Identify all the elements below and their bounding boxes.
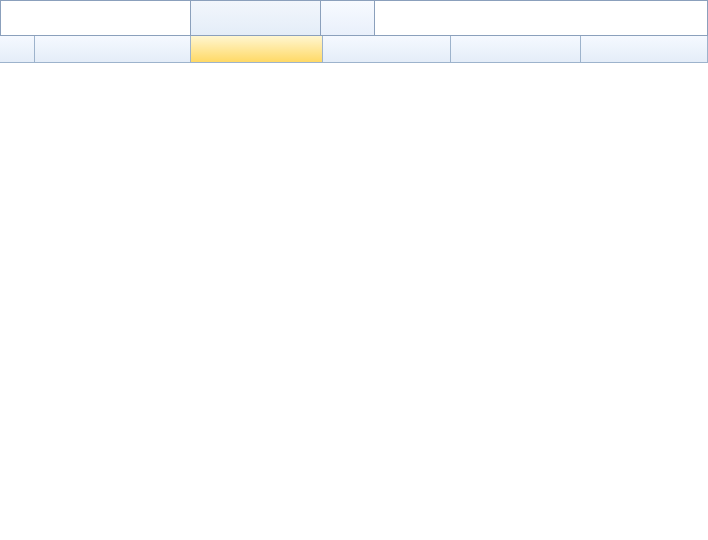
column-header-D[interactable] — [323, 36, 451, 62]
column-header-A[interactable] — [0, 36, 35, 62]
column-header-E[interactable] — [451, 36, 581, 62]
formula-bar-spacer — [191, 1, 321, 35]
column-headers — [0, 36, 708, 63]
column-header-F[interactable] — [581, 36, 708, 62]
formula-bar — [0, 0, 708, 36]
name-box-wrap — [1, 1, 191, 35]
column-header-C[interactable] — [191, 36, 323, 62]
insert-function-button[interactable] — [321, 1, 375, 35]
column-header-B[interactable] — [35, 36, 191, 62]
formula-input[interactable] — [375, 1, 707, 35]
